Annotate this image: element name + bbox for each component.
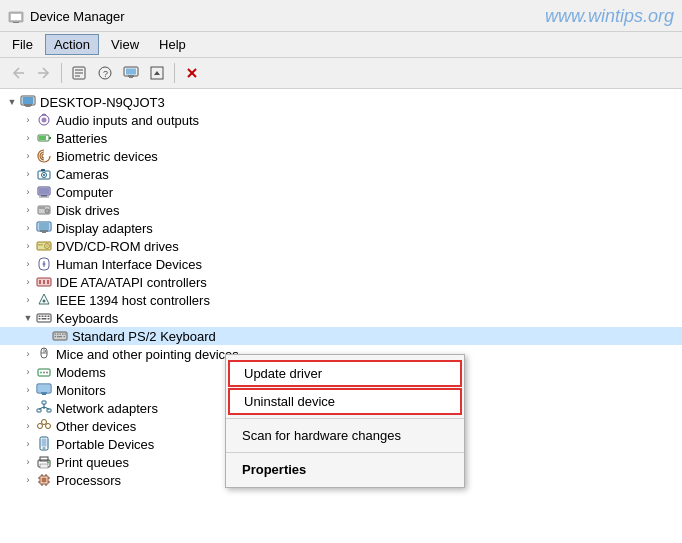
- expander[interactable]: ›: [20, 472, 36, 488]
- list-item[interactable]: › IEEE 1394 host controllers: [0, 291, 682, 309]
- ctx-update-driver[interactable]: Update driver: [228, 360, 462, 387]
- menu-action[interactable]: Action: [45, 34, 99, 55]
- list-item[interactable]: › Biometric devices: [0, 147, 682, 165]
- expander[interactable]: ›: [20, 382, 36, 398]
- list-item[interactable]: ▼ Keyboards: [0, 309, 682, 327]
- expander[interactable]: ›: [20, 400, 36, 416]
- ide-icon: [36, 274, 52, 290]
- svg-point-47: [43, 263, 46, 266]
- list-item[interactable]: › Display adapters: [0, 219, 682, 237]
- list-item[interactable]: › DVD/CD-ROM drives: [0, 237, 682, 255]
- svg-rect-49: [39, 280, 41, 284]
- toolbar: ?: [0, 58, 682, 89]
- ctx-properties[interactable]: Properties: [226, 456, 464, 483]
- battery-icon: [36, 130, 52, 146]
- svg-rect-10: [126, 69, 136, 75]
- menu-file[interactable]: File: [4, 35, 41, 54]
- svg-rect-40: [42, 232, 46, 234]
- list-item[interactable]: › Human Interface Devices: [0, 255, 682, 273]
- item-label: Disk drives: [56, 203, 120, 218]
- disk-icon: [36, 202, 52, 218]
- expander[interactable]: ›: [20, 274, 36, 290]
- expander[interactable]: ›: [20, 454, 36, 470]
- svg-line-87: [39, 407, 44, 409]
- list-item[interactable]: › IDE ATA/ATAPI controllers: [0, 273, 682, 291]
- item-label: DVD/CD-ROM drives: [56, 239, 179, 254]
- item-label: Modems: [56, 365, 106, 380]
- menu-help[interactable]: Help: [151, 35, 194, 54]
- item-label: Network adapters: [56, 401, 158, 416]
- svg-rect-59: [39, 318, 41, 320]
- svg-point-91: [42, 420, 47, 425]
- svg-rect-60: [42, 318, 47, 320]
- title-bar: Device Manager www.wintips.org: [0, 0, 682, 32]
- item-label: Computer: [56, 185, 113, 200]
- expander[interactable]: ›: [20, 364, 36, 380]
- expander[interactable]: ›: [20, 148, 36, 164]
- toolbar-properties-btn[interactable]: [67, 61, 91, 85]
- svg-text:?: ?: [103, 69, 108, 79]
- list-item[interactable]: › Batteries: [0, 129, 682, 147]
- expander[interactable]: ›: [20, 418, 36, 434]
- expander[interactable]: ›: [20, 238, 36, 254]
- toolbar-back-btn[interactable]: [6, 61, 30, 85]
- expander[interactable]: ›: [20, 436, 36, 452]
- modem-icon: [36, 364, 52, 380]
- expander[interactable]: ›: [20, 166, 36, 182]
- list-item[interactable]: › Disk drives: [0, 201, 682, 219]
- svg-rect-83: [42, 401, 46, 404]
- toolbar-up-btn[interactable]: [145, 61, 169, 85]
- expander[interactable]: ›: [20, 256, 36, 272]
- toolbar-help-btn[interactable]: ?: [93, 61, 117, 85]
- item-label: Audio inputs and outputs: [56, 113, 199, 128]
- toolbar-sep-1: [61, 63, 62, 83]
- list-item[interactable]: Standard PS/2 Keyboard: [0, 327, 682, 345]
- list-item[interactable]: › Cameras: [0, 165, 682, 183]
- expander[interactable]: ›: [20, 112, 36, 128]
- bio-icon: [36, 148, 52, 164]
- expander[interactable]: ›: [20, 220, 36, 236]
- ctx-uninstall-device[interactable]: Uninstall device: [228, 388, 462, 415]
- svg-rect-51: [47, 280, 49, 284]
- toolbar-close-red-btn[interactable]: [180, 61, 204, 85]
- menu-bar: File Action View Help: [0, 32, 682, 58]
- ctx-scan-hardware[interactable]: Scan for hardware changes: [226, 422, 464, 449]
- svg-point-76: [40, 372, 42, 374]
- ctx-separator-2: [226, 452, 464, 453]
- list-item[interactable]: › Audio inputs and outputs: [0, 111, 682, 129]
- item-label: Portable Devices: [56, 437, 154, 452]
- expander[interactable]: ›: [20, 346, 36, 362]
- item-label: Keyboards: [56, 311, 118, 326]
- expander[interactable]: ›: [20, 130, 36, 146]
- expander[interactable]: ▼: [20, 310, 36, 326]
- svg-rect-28: [41, 169, 45, 171]
- toolbar-forward-btn[interactable]: [32, 61, 56, 85]
- item-label: Cameras: [56, 167, 109, 182]
- svg-point-90: [46, 424, 51, 429]
- toolbar-monitor-btn[interactable]: [119, 61, 143, 85]
- svg-rect-2: [13, 22, 19, 23]
- svg-rect-31: [41, 195, 47, 197]
- app-title: Device Manager: [30, 9, 125, 24]
- root-expander[interactable]: ▼: [4, 94, 20, 110]
- svg-rect-58: [48, 316, 50, 318]
- list-item[interactable]: › Computer: [0, 183, 682, 201]
- expander[interactable]: ›: [20, 184, 36, 200]
- item-label: Processors: [56, 473, 121, 488]
- main-content: ▼ DESKTOP-N9QJOT3 › Audio: [0, 89, 682, 543]
- other-icon: [36, 418, 52, 434]
- item-label: Biometric devices: [56, 149, 158, 164]
- expander[interactable]: ›: [20, 292, 36, 308]
- item-label: Print queues: [56, 455, 129, 470]
- keyboard-device-icon: [52, 328, 68, 344]
- tree-root[interactable]: ▼ DESKTOP-N9QJOT3: [0, 93, 682, 111]
- print-icon: [36, 454, 52, 470]
- expander[interactable]: ›: [20, 202, 36, 218]
- svg-rect-50: [43, 280, 45, 284]
- computer-icon: [20, 94, 36, 110]
- menu-view[interactable]: View: [103, 35, 147, 54]
- item-label: Display adapters: [56, 221, 153, 236]
- svg-rect-64: [57, 334, 59, 335]
- svg-rect-24: [49, 137, 51, 139]
- svg-rect-66: [62, 334, 64, 335]
